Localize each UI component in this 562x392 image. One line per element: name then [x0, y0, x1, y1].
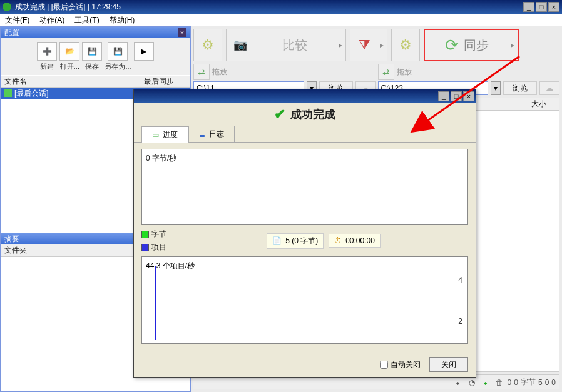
status-bytes: 字节: [521, 377, 536, 388]
tab-progress-label: 进度: [163, 129, 178, 140]
app-icon: [3, 3, 11, 11]
dialog-close-btn[interactable]: 关闭: [429, 357, 468, 372]
menu-bar: 文件(F) 动作(A) 工具(T) 帮助(H): [0, 14, 562, 26]
result-dialog: _ □ × ✔ 成功完成 进度 日志 0 字节/秒 字节: [133, 89, 476, 378]
status-five: 5: [538, 378, 543, 387]
legend-items-label: 项目: [151, 242, 166, 253]
success-check-icon: ✔: [274, 106, 285, 123]
swap-right-icon[interactable]: [378, 64, 394, 80]
settings-icon[interactable]: [195, 33, 220, 58]
progress-icon: [152, 131, 159, 139]
log-icon: [199, 130, 205, 139]
dialog-titlebar[interactable]: _ □ ×: [134, 89, 476, 103]
dialog-header: ✔ 成功完成: [134, 103, 476, 126]
items-graph: 44.3 个项目/秒 4 2: [141, 256, 468, 344]
autoclose-checkbox[interactable]: 自动关闭: [380, 359, 421, 370]
path-right-dropdown-icon[interactable]: ▾: [491, 81, 501, 95]
status-icon-3[interactable]: ⬥: [480, 377, 491, 388]
info-time-chip: 00:00:00: [329, 234, 381, 248]
saveas-button[interactable]: 💾: [108, 42, 128, 61]
open-button[interactable]: 📂: [59, 42, 79, 61]
dialog-minimize-button[interactable]: _: [438, 91, 449, 101]
close-button[interactable]: ×: [548, 2, 559, 12]
cloud-right-icon[interactable]: ☁: [539, 81, 559, 95]
axis-hi: 4: [458, 276, 462, 284]
dialog-body: 0 字节/秒 字节 项目 5 (0 字节): [134, 143, 476, 352]
sync-icon: [445, 36, 459, 55]
maximize-button[interactable]: □: [536, 2, 547, 12]
main-toolbar: 比较 ▸ ▸ 同步 ▸: [193, 29, 559, 61]
drop-right-label: 拖放: [397, 67, 412, 78]
legend-bytes-label: 字节: [151, 229, 166, 239]
status-zero4: 0: [551, 378, 556, 387]
dialog-footer: 自动关闭 关闭: [134, 352, 476, 377]
autoclose-input[interactable]: [380, 361, 388, 369]
compare-button[interactable]: 比较: [254, 31, 335, 59]
swap-left-icon[interactable]: [193, 64, 210, 80]
status-zero3: 0: [545, 378, 549, 387]
filter-icon[interactable]: [352, 33, 377, 58]
legend-bytes: 字节: [141, 229, 166, 239]
filename-col[interactable]: 文件名: [4, 76, 27, 87]
items-graph-label: 44.3 个项目/秒: [146, 261, 195, 270]
drop-left-label: 拖放: [212, 67, 227, 78]
dialog-title: 成功完成: [290, 107, 335, 122]
status-icon-4[interactable]: 🗑: [494, 377, 505, 388]
legend-items: 项目: [141, 242, 166, 253]
axis-lo: 2: [458, 317, 462, 326]
size-col[interactable]: 大小: [531, 99, 546, 109]
config-panel-header: 配置 ×: [1, 27, 190, 38]
config-toolbar: ➕ 新建 📂 打开... 💾 保存 💾 另存为... ▶: [1, 38, 190, 75]
camera-icon[interactable]: [228, 33, 253, 58]
tab-log[interactable]: 日志: [188, 126, 235, 142]
bytes-graph-label: 0 字节/秒: [146, 154, 176, 163]
menu-action[interactable]: 动作(A): [37, 14, 67, 27]
options-icon[interactable]: [393, 33, 418, 58]
save-button[interactable]: 💾: [82, 42, 102, 61]
tab-log-label: 日志: [209, 129, 224, 139]
open-label: 打开...: [60, 62, 79, 71]
minimize-button[interactable]: _: [523, 2, 534, 12]
extra-button[interactable]: ▶: [134, 42, 154, 61]
main-titlebar: 成功完成 | [最后会话] | 17:29:45 _ □ ×: [0, 0, 562, 14]
menu-tools[interactable]: 工具(T): [72, 14, 101, 27]
items-graph-axis: 4 2: [458, 276, 462, 326]
filter-dropdown-icon[interactable]: ▸: [378, 31, 386, 59]
lastsync-col[interactable]: 最后同步: [144, 76, 174, 87]
tab-progress[interactable]: 进度: [141, 126, 188, 143]
bytes-graph: 0 字节/秒: [141, 149, 468, 225]
clock-icon: [334, 236, 342, 245]
file-icon: [272, 236, 282, 245]
info-row: 5 (0 字节) 00:00:00: [179, 233, 468, 249]
browse-right-label: 浏览: [513, 83, 528, 94]
menu-help[interactable]: 帮助(H): [107, 14, 138, 27]
legend-bytes-swatch: [141, 231, 149, 238]
dialog-close-button[interactable]: ×: [463, 91, 474, 101]
saveas-label: 另存为...: [105, 62, 131, 71]
status-icon-1[interactable]: ⬥: [452, 377, 464, 388]
items-graph-bar: [155, 266, 156, 340]
session-list-header: 文件名 最后同步: [1, 75, 190, 88]
dialog-close-label: 关闭: [441, 359, 456, 370]
sync-group-highlight: 同步 ▸: [424, 29, 519, 61]
extra-label: [143, 62, 145, 69]
menu-file[interactable]: 文件(F): [3, 14, 32, 27]
dialog-tabs: 进度 日志: [141, 126, 476, 142]
window-controls: _ □ ×: [522, 2, 559, 12]
compare-dropdown-icon[interactable]: ▸: [337, 31, 344, 59]
browse-right-button[interactable]: 浏览: [503, 81, 537, 95]
folder-col[interactable]: 文件夹: [4, 245, 27, 256]
dialog-maximize-button[interactable]: □: [451, 91, 462, 101]
session-label: [最后会话]: [14, 88, 49, 99]
compare-label: 比较: [282, 37, 307, 54]
status-zero1: 0: [508, 378, 512, 387]
config-close-icon[interactable]: ×: [178, 28, 186, 37]
status-icon-2[interactable]: ◔: [466, 377, 478, 388]
new-button[interactable]: ➕: [37, 42, 57, 61]
save-label: 保存: [85, 62, 99, 71]
legend: 字节 项目: [141, 229, 166, 253]
legend-items-swatch: [141, 244, 149, 251]
sync-button[interactable]: 同步: [426, 31, 508, 59]
sync-dropdown-icon[interactable]: ▸: [509, 31, 516, 59]
window-title: 成功完成 | [最后会话] | 17:29:45: [15, 2, 522, 13]
